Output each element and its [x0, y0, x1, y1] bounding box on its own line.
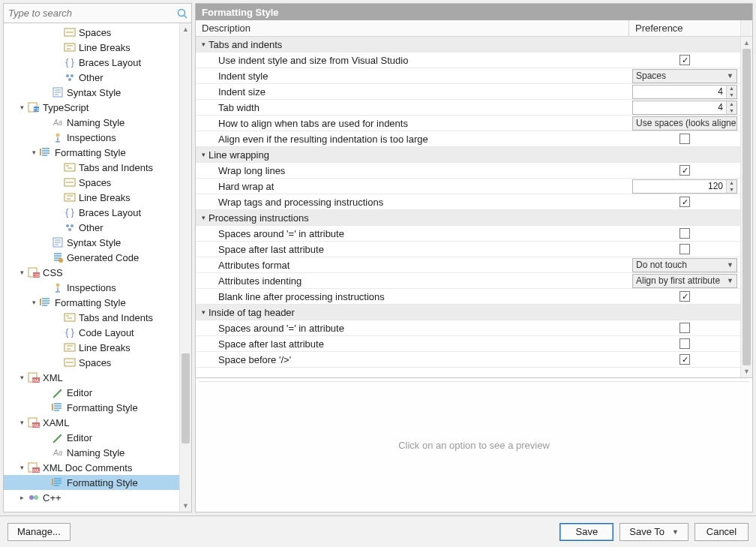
tree-node[interactable]: ▾CSSCSS	[4, 265, 179, 280]
scrollbar-thumb[interactable]	[742, 49, 751, 365]
checkbox[interactable]	[680, 134, 690, 144]
tree-node[interactable]: ▸Syntax Style	[4, 235, 179, 250]
group-header[interactable]: ▾Inside of tag header	[196, 305, 740, 320]
tree-node[interactable]: ▸AaNaming Style	[4, 115, 179, 130]
chevron-down-icon[interactable]: ▾	[202, 151, 206, 158]
chevron-down-icon[interactable]: ▾	[17, 104, 26, 111]
checkbox[interactable]	[680, 323, 690, 333]
spinner[interactable]: ▲▼	[726, 101, 736, 114]
tree-node[interactable]: ▸Line Breaks	[4, 340, 179, 355]
setting-row[interactable]: Space before '/>'✓	[196, 352, 740, 368]
scroll-down-icon[interactable]: ▼	[180, 500, 191, 512]
tree-node[interactable]: ▸Inspections	[4, 130, 179, 145]
scroll-up-icon[interactable]: ▲	[180, 23, 191, 35]
chevron-down-icon[interactable]: ▾	[202, 214, 206, 221]
chevron-down-icon[interactable]: ▾	[202, 41, 206, 48]
scroll-down-icon[interactable]: ▼	[741, 365, 752, 377]
checkbox[interactable]: ✓	[680, 291, 690, 302]
tree-node[interactable]: ▸AaNaming Style	[4, 445, 179, 460]
scrollbar-thumb[interactable]	[182, 353, 190, 443]
setting-row[interactable]: Attributes indentingAlign by first attri…	[196, 273, 740, 289]
manage-button[interactable]: Manage...	[8, 523, 70, 541]
chevron-down-icon[interactable]: ▾	[17, 464, 26, 471]
combo-box[interactable]: Use spaces (looks aligned▼	[632, 116, 737, 131]
tree-node[interactable]: ▸Line Breaks	[4, 190, 179, 205]
checkbox[interactable]: ✓	[680, 197, 690, 207]
setting-row[interactable]: Space after last attribute	[196, 242, 740, 257]
chevron-right-icon[interactable]: ▸	[17, 494, 26, 501]
group-header[interactable]: ▾Processing instructions	[196, 210, 740, 226]
scroll-up-icon[interactable]: ▲	[741, 37, 752, 49]
spinner[interactable]: ▲▼	[726, 180, 736, 193]
chevron-down-icon[interactable]: ▾	[17, 419, 26, 426]
group-header[interactable]: ▾Tabs and indents	[196, 37, 740, 53]
tree-node[interactable]: ▾Formatting Style	[4, 145, 179, 160]
checkbox[interactable]	[680, 228, 690, 239]
tree-node[interactable]: ▸Tabs and Indents	[4, 310, 179, 325]
tree-node[interactable]: ▾XMLXML Doc Comments	[4, 460, 179, 475]
tree-node[interactable]: ▸Other	[4, 220, 179, 235]
spin-down-icon[interactable]: ▼	[727, 186, 736, 193]
setting-row[interactable]: Use indent style and size from Visual St…	[196, 53, 740, 68]
checkbox[interactable]: ✓	[680, 55, 690, 65]
tree-node[interactable]: ▸Spaces	[4, 25, 179, 40]
group-header[interactable]: ▾Line wrapping	[196, 147, 740, 163]
tree-node[interactable]: ▸Spaces	[4, 175, 179, 190]
tree-node[interactable]: ▸Formatting Style	[4, 400, 179, 415]
setting-row[interactable]: Space after last attribute	[196, 336, 740, 352]
setting-row[interactable]: Align even if the resulting indentation …	[196, 131, 740, 147]
chevron-down-icon[interactable]: ▾	[202, 308, 206, 316]
setting-row[interactable]: Indent size4▲▼	[196, 84, 740, 100]
chevron-down-icon[interactable]: ▾	[29, 299, 38, 306]
setting-row[interactable]: How to align when tabs are used for inde…	[196, 116, 740, 131]
tree-node[interactable]: ▾XMLXAML	[4, 415, 179, 430]
tree-node[interactable]: ▾Formatting Style	[4, 295, 179, 310]
column-preference[interactable]: Preference	[629, 20, 740, 36]
chevron-down-icon[interactable]: ▾	[17, 374, 26, 381]
spin-up-icon[interactable]: ▲	[727, 101, 736, 108]
setting-row[interactable]: Blank line after processing instructions…	[196, 289, 740, 305]
tree-node[interactable]: ▸Editor	[4, 385, 179, 400]
checkbox[interactable]	[680, 244, 690, 254]
search-icon[interactable]	[176, 8, 188, 20]
setting-row[interactable]: Wrap long lines✓	[196, 163, 740, 179]
tree-node[interactable]: ▸Inspections	[4, 280, 179, 295]
checkbox[interactable]: ✓	[680, 165, 690, 176]
tree-node[interactable]: ▸{ }Code Layout	[4, 325, 179, 340]
search-input[interactable]	[7, 6, 176, 20]
setting-row[interactable]: Wrap tags and processing instructions✓	[196, 194, 740, 210]
tree-node[interactable]: ▸Editor	[4, 430, 179, 445]
save-to-button[interactable]: Save To ▼	[620, 523, 688, 541]
tree[interactable]: ▸Spaces▸Line Breaks▸{ }Braces Layout▸Oth…	[4, 23, 179, 512]
checkbox[interactable]: ✓	[680, 354, 690, 365]
tree-node[interactable]: ▸Line Breaks	[4, 40, 179, 55]
tree-node[interactable]: ▸Spaces	[4, 355, 179, 370]
number-field[interactable]: 4▲▼	[632, 101, 737, 115]
tree-node[interactable]: ▾XMLXML	[4, 370, 179, 385]
spinner[interactable]: ▲▼	[726, 86, 736, 98]
setting-row[interactable]: Tab width4▲▼	[196, 100, 740, 116]
spin-up-icon[interactable]: ▲	[727, 180, 736, 187]
number-field[interactable]: 4▲▼	[632, 85, 737, 99]
setting-row[interactable]: Spaces around '=' in attribute	[196, 226, 740, 242]
spin-up-icon[interactable]: ▲	[727, 86, 736, 92]
tree-node[interactable]: ▸Tabs and Indents	[4, 160, 179, 175]
save-button[interactable]: Save	[560, 523, 614, 541]
tree-node[interactable]: ▸C++	[4, 490, 179, 505]
tree-node[interactable]: ▸{ }Braces Layout	[4, 55, 179, 70]
tree-node[interactable]: ▾TSTypeScript	[4, 100, 179, 115]
tree-node[interactable]: ▸Generated Code	[4, 250, 179, 265]
tree-node[interactable]: ▸Formatting Style	[4, 475, 179, 490]
number-field[interactable]: 120▲▼	[632, 179, 737, 194]
combo-box[interactable]: Align by first attribute▼	[632, 274, 737, 288]
setting-row[interactable]: Attributes formatDo not touch▼	[196, 257, 740, 273]
column-description[interactable]: Description	[196, 20, 629, 36]
tree-scrollbar[interactable]: ▲ ▼	[179, 23, 191, 512]
tree-node[interactable]: ▸Syntax Style	[4, 85, 179, 100]
combo-box[interactable]: Spaces▼	[632, 69, 737, 83]
checkbox[interactable]	[680, 338, 690, 349]
spin-down-icon[interactable]: ▼	[727, 92, 736, 98]
setting-row[interactable]: Spaces around '=' in attribute	[196, 320, 740, 336]
combo-box[interactable]: Do not touch▼	[632, 258, 737, 272]
chevron-down-icon[interactable]: ▾	[29, 149, 38, 156]
